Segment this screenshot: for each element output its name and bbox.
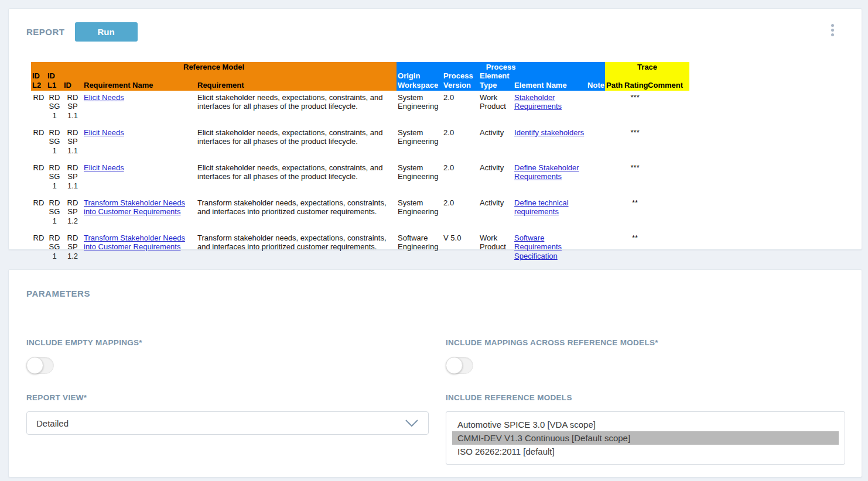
table-row: RD RD SG 1 RD SP 1.2 Transform Stakehold… bbox=[31, 231, 689, 266]
cell-origin-workspace: System Engineering bbox=[397, 126, 442, 161]
cell-rating: *** bbox=[623, 161, 647, 196]
cell-path bbox=[605, 161, 623, 196]
cell-element-type: Work Product bbox=[479, 91, 513, 126]
element-link[interactable]: Define Stakeholder Requirements bbox=[514, 163, 579, 181]
requirement-link[interactable]: Transform Stakeholder Needs into Custome… bbox=[84, 233, 185, 251]
element-link[interactable]: Stakeholder Requirements bbox=[514, 93, 562, 111]
cell-id-l1: RD SG 1 bbox=[46, 196, 63, 231]
cell-comment bbox=[647, 196, 689, 231]
report-view-label: REPORT VIEW* bbox=[26, 393, 429, 402]
col-header-element-type: Element Type bbox=[479, 71, 513, 91]
parameters-section-label: PARAMETERS bbox=[26, 288, 844, 298]
cell-requirement: Elicit stakeholder needs, expectations, … bbox=[196, 126, 397, 161]
cell-requirement-name: Elicit Needs bbox=[83, 126, 196, 161]
element-link[interactable]: Identify stakeholders bbox=[514, 128, 584, 137]
toggle-knob bbox=[26, 357, 43, 374]
group-header-process: Process bbox=[397, 62, 605, 71]
requirement-link[interactable]: Elicit Needs bbox=[84, 93, 124, 102]
cell-comment bbox=[647, 126, 689, 161]
cell-origin-workspace: System Engineering bbox=[397, 161, 442, 196]
table-row: RD RD SG 1 RD SP 1.1 Elicit Needs Elicit… bbox=[31, 126, 689, 161]
col-header-id-l2: ID L2 bbox=[31, 71, 46, 91]
table-group-header-row: Reference Model Process Trace bbox=[31, 62, 689, 71]
mapping-report-table: Reference Model Process Trace ID L2 ID L… bbox=[31, 62, 689, 266]
col-header-path: Path bbox=[605, 71, 623, 91]
element-link[interactable]: Define technical requirements bbox=[514, 198, 569, 216]
cell-path bbox=[605, 231, 623, 266]
list-item-cmmi-dev[interactable]: CMMI-DEV V1.3 Continuous [Default scope] bbox=[452, 431, 839, 445]
col-header-requirement: Requirement bbox=[196, 71, 397, 91]
include-mappings-across-reference-models-toggle[interactable] bbox=[446, 357, 473, 374]
include-reference-models-label: INCLUDE REFERENCE MODELS bbox=[446, 393, 845, 402]
cell-id: RD SP 1.1 bbox=[63, 91, 83, 126]
cell-origin-workspace: Software Engineering bbox=[397, 231, 442, 266]
cell-id-l2: RD bbox=[31, 91, 46, 126]
cell-requirement-name: Transform Stakeholder Needs into Custome… bbox=[83, 196, 196, 231]
cell-process-version: 2.0 bbox=[442, 196, 479, 231]
table-row: RD RD SG 1 RD SP 1.1 Elicit Needs Elicit… bbox=[31, 91, 689, 126]
cell-requirement: Elicit stakeholder needs, expectations, … bbox=[196, 91, 397, 126]
cell-element-name: Identify stakeholders bbox=[513, 126, 586, 161]
cell-rating: ** bbox=[623, 196, 647, 231]
report-view-select[interactable]: Detailed bbox=[26, 411, 429, 435]
field-include-empty-mappings: INCLUDE EMPTY MAPPINGS* bbox=[26, 338, 429, 374]
cell-requirement: Transform stakeholder needs, expectation… bbox=[196, 196, 397, 231]
cell-process-version: 2.0 bbox=[442, 161, 479, 196]
requirement-link[interactable]: Transform Stakeholder Needs into Custome… bbox=[84, 198, 185, 216]
cell-origin-workspace: System Engineering bbox=[397, 91, 442, 126]
element-link[interactable]: Software Requirements Specification bbox=[514, 233, 562, 260]
cell-note bbox=[586, 161, 605, 196]
cell-note bbox=[586, 231, 605, 266]
cell-id-l1: RD SG 1 bbox=[46, 231, 63, 266]
table-row: RD RD SG 1 RD SP 1.2 Transform Stakehold… bbox=[31, 196, 689, 231]
list-item-automotive-spice[interactable]: Automotive SPICE 3.0 [VDA scope] bbox=[452, 418, 839, 431]
cell-element-type: Activity bbox=[479, 161, 513, 196]
col-header-process-version: Process Version bbox=[442, 71, 479, 91]
cell-id-l1: RD SG 1 bbox=[46, 126, 63, 161]
cell-note bbox=[586, 196, 605, 231]
cell-note bbox=[586, 126, 605, 161]
col-header-comment: Comment bbox=[647, 71, 689, 91]
cell-id: RD SP 1.1 bbox=[63, 126, 83, 161]
cell-process-version: V 5.0 bbox=[442, 231, 479, 266]
col-header-rating: Rating bbox=[623, 71, 647, 91]
cell-rating: ** bbox=[623, 231, 647, 266]
cell-requirement: Transform stakeholder needs, expectation… bbox=[196, 231, 397, 266]
cell-id-l2: RD bbox=[31, 196, 46, 231]
include-empty-mappings-toggle[interactable] bbox=[26, 357, 54, 374]
run-button[interactable]: Run bbox=[75, 22, 138, 42]
cell-rating: *** bbox=[623, 91, 647, 126]
cell-comment bbox=[647, 161, 689, 196]
cell-id-l2: RD bbox=[31, 161, 46, 196]
cell-id: RD SP 1.2 bbox=[63, 231, 83, 266]
cell-element-name: Define technical requirements bbox=[513, 196, 586, 231]
field-report-view: REPORT VIEW* Detailed bbox=[26, 393, 429, 465]
cell-element-type: Activity bbox=[479, 196, 513, 231]
report-toolbar: REPORT Run bbox=[9, 9, 862, 42]
chevron-down-icon bbox=[405, 419, 419, 427]
cell-element-name: Define Stakeholder Requirements bbox=[513, 161, 586, 196]
list-item-iso-26262[interactable]: ISO 26262:2011 [default] bbox=[452, 445, 839, 458]
include-reference-models-listbox: Automotive SPICE 3.0 [VDA scope] CMMI-DE… bbox=[446, 411, 845, 465]
cell-origin-workspace: System Engineering bbox=[397, 196, 442, 231]
report-panel: REPORT Run Reference Model Process Trace… bbox=[8, 8, 862, 250]
cell-element-type: Activity bbox=[479, 126, 513, 161]
cell-id: RD SP 1.1 bbox=[63, 161, 83, 196]
col-header-origin-workspace: Origin Workspace bbox=[397, 71, 442, 91]
kebab-menu-icon[interactable] bbox=[828, 22, 837, 38]
cell-requirement-name: Transform Stakeholder Needs into Custome… bbox=[83, 231, 196, 266]
field-include-reference-models: INCLUDE REFERENCE MODELS Automotive SPIC… bbox=[446, 393, 845, 465]
table-column-header-row: ID L2 ID L1 ID Requirement Name Requirem… bbox=[31, 71, 689, 91]
table-row: RD RD SG 1 RD SP 1.1 Elicit Needs Elicit… bbox=[31, 161, 689, 196]
include-mappings-across-reference-models-label: INCLUDE MAPPINGS ACROSS REFERENCE MODELS… bbox=[446, 338, 845, 347]
col-header-note: Note bbox=[586, 71, 605, 91]
cell-element-type: Work Product bbox=[479, 231, 513, 266]
cell-element-name: Software Requirements Specification bbox=[513, 231, 586, 266]
report-view-selected-value: Detailed bbox=[36, 418, 69, 428]
requirement-link[interactable]: Elicit Needs bbox=[84, 128, 124, 137]
cell-id-l1: RD SG 1 bbox=[46, 161, 63, 196]
cell-id-l2: RD bbox=[31, 231, 46, 266]
cell-id: RD SP 1.2 bbox=[63, 196, 83, 231]
group-header-reference-model: Reference Model bbox=[31, 62, 397, 71]
requirement-link[interactable]: Elicit Needs bbox=[84, 163, 124, 172]
